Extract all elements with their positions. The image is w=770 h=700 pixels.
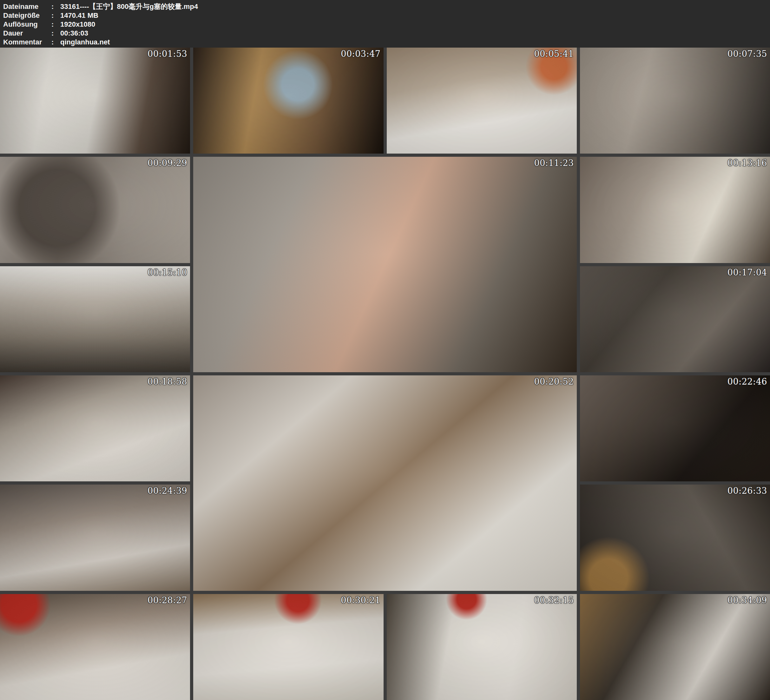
video-thumbnail[interactable]: 00:30:21: [193, 594, 383, 700]
thumbnail-timestamp: 00:22:46: [728, 377, 767, 387]
meta-label-comment: Kommentar: [3, 38, 52, 46]
meta-row-resolution: Auflösung : 1920x1080: [3, 20, 770, 29]
meta-row-filesize: Dateigröße : 1470.41 MB: [3, 11, 770, 20]
meta-separator: :: [52, 11, 60, 19]
thumbnail-timestamp: 00:09:29: [147, 158, 187, 168]
thumbnail-timestamp: 00:15:10: [147, 267, 187, 277]
thumbnail-timestamp: 00:13:16: [728, 158, 767, 168]
video-thumbnail[interactable]: 00:05:41: [387, 48, 577, 154]
video-thumbnail[interactable]: 00:09:29: [0, 157, 190, 263]
meta-separator: :: [52, 3, 60, 11]
video-thumbnail[interactable]: 00:17:04: [580, 266, 770, 372]
thumbnail-timestamp: 00:32:15: [534, 595, 574, 605]
thumbnail-timestamp: 00:26:33: [728, 486, 767, 496]
meta-label-filename: Dateiname: [3, 3, 52, 11]
contact-sheet-page: Dateiname : 33161----【王宁】800毫升与g塞的较量.mp4…: [0, 0, 770, 700]
video-thumbnail[interactable]: 00:13:16: [580, 157, 770, 263]
video-thumbnail[interactable]: 00:34:09: [580, 594, 770, 700]
video-thumbnail[interactable]: 00:28:27: [0, 594, 190, 700]
video-thumbnail[interactable]: 00:22:46: [580, 375, 770, 481]
meta-separator: :: [52, 38, 60, 46]
video-thumbnail[interactable]: 00:15:10: [0, 266, 190, 372]
thumbnail-timestamp: 00:20:52: [534, 377, 574, 387]
video-thumbnail[interactable]: 00:24:39: [0, 484, 190, 590]
thumbnail-timestamp: 00:03:47: [341, 49, 380, 59]
meta-value-resolution: 1920x1080: [60, 20, 95, 29]
thumbnail-timestamp: 00:07:35: [728, 49, 767, 59]
thumbnail-grid: 00:01:53 00:03:47 00:05:41 00:07:35 00:0…: [0, 48, 770, 700]
video-thumbnail[interactable]: 00:07:35: [580, 48, 770, 154]
thumbnail-timestamp: 00:01:53: [147, 49, 187, 59]
video-thumbnail[interactable]: 00:01:53: [0, 48, 190, 154]
meta-separator: :: [52, 20, 60, 29]
meta-value-filename: 33161----【王宁】800毫升与g塞的较量.mp4: [60, 2, 198, 11]
file-metadata-header: Dateiname : 33161----【王宁】800毫升与g塞的较量.mp4…: [0, 0, 770, 48]
thumbnail-timestamp: 00:34:09: [728, 595, 767, 605]
meta-row-duration: Dauer : 00:36:03: [3, 29, 770, 38]
video-thumbnail-large[interactable]: 00:11:23: [193, 157, 577, 372]
thumbnail-timestamp: 00:11:23: [534, 158, 574, 168]
meta-row-filename: Dateiname : 33161----【王宁】800毫升与g塞的较量.mp4: [3, 2, 770, 11]
meta-label-duration: Dauer: [3, 29, 52, 37]
video-thumbnail[interactable]: 00:03:47: [193, 48, 383, 154]
thumbnail-timestamp: 00:17:04: [728, 267, 767, 277]
meta-label-resolution: Auflösung: [3, 20, 52, 29]
thumbnail-timestamp: 00:18:58: [147, 377, 187, 387]
thumbnail-timestamp: 00:28:27: [147, 595, 187, 605]
meta-row-comment: Kommentar : qinglanhua.net: [3, 38, 770, 47]
video-thumbnail[interactable]: 00:18:58: [0, 375, 190, 481]
thumbnail-timestamp: 00:30:21: [341, 595, 380, 605]
meta-value-comment: qinglanhua.net: [60, 38, 110, 46]
thumbnail-timestamp: 00:24:39: [147, 486, 187, 496]
meta-value-filesize: 1470.41 MB: [60, 11, 99, 19]
video-thumbnail[interactable]: 00:26:33: [580, 484, 770, 590]
thumbnail-timestamp: 00:05:41: [534, 49, 574, 59]
meta-label-filesize: Dateigröße: [3, 11, 52, 19]
video-thumbnail-large[interactable]: 00:20:52: [193, 375, 577, 591]
meta-separator: :: [52, 29, 60, 37]
video-thumbnail[interactable]: 00:32:15: [387, 594, 577, 700]
meta-value-duration: 00:36:03: [60, 29, 88, 37]
